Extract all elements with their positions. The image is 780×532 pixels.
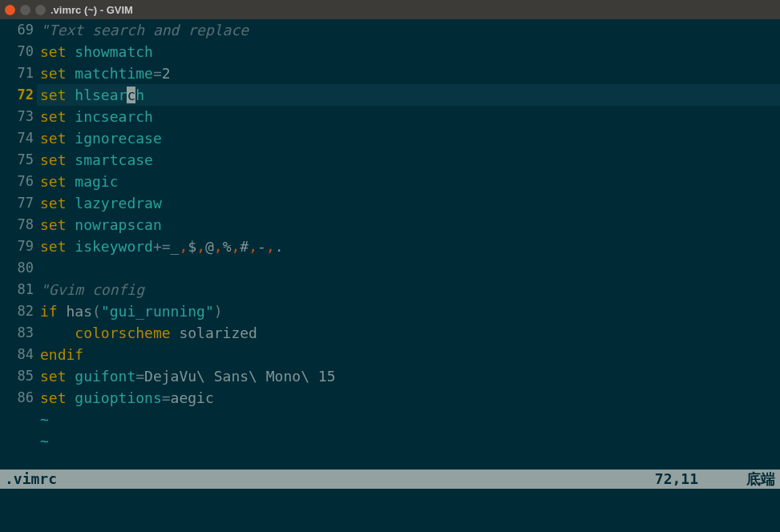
code-line[interactable]: set hlsearch <box>37 84 780 106</box>
status-scroll: 底端 <box>746 470 775 489</box>
code-line[interactable]: set iskeyword+=_,$,@,%,#,-,. <box>37 236 780 257</box>
code-line[interactable]: set lazyredraw <box>37 192 780 214</box>
empty-line-tilde: ~ <box>37 430 780 452</box>
status-cursor-pos: 72,11 <box>655 470 698 489</box>
line-number: 86 <box>0 387 34 409</box>
line-number: 79 <box>0 236 34 257</box>
titlebar: .vimrc (~) - GVIM <box>0 0 780 19</box>
line-number: 84 <box>0 344 34 365</box>
status-line: .vimrc 72,11 底端 <box>0 470 780 489</box>
code-line[interactable]: set nowrapscan <box>37 214 780 236</box>
line-number: 72 <box>0 84 34 106</box>
code-line[interactable]: set matchtime=2 <box>37 62 780 84</box>
line-number: 77 <box>0 192 34 214</box>
code-line[interactable]: set smartcase <box>37 149 780 171</box>
close-icon[interactable] <box>5 5 15 15</box>
maximize-icon[interactable] <box>35 5 46 15</box>
command-line-area[interactable] <box>0 489 780 532</box>
code-line[interactable]: if has("gui_running") <box>37 300 780 322</box>
line-number: 85 <box>0 365 34 387</box>
code-line[interactable]: set showmatch <box>37 41 780 62</box>
code-line[interactable] <box>37 257 780 279</box>
code-line[interactable]: endif <box>37 344 780 365</box>
line-number: 74 <box>0 127 34 149</box>
editor[interactable]: 697071727374757677787980818283848586 "Te… <box>0 19 780 470</box>
line-number: 73 <box>0 106 34 127</box>
gvim-window: .vimrc (~) - GVIM 6970717273747576777879… <box>0 0 780 532</box>
code-line[interactable]: set incsearch <box>37 106 780 127</box>
code-line[interactable]: "Gvim config <box>37 279 780 300</box>
line-number: 82 <box>0 300 34 322</box>
code-line[interactable]: set guifont=DejaVu\ Sans\ Mono\ 15 <box>37 365 780 387</box>
code-line[interactable]: "Text search and replace <box>37 19 780 41</box>
window-title: .vimrc (~) - GVIM <box>51 4 133 16</box>
line-number: 80 <box>0 257 34 279</box>
line-number: 78 <box>0 214 34 236</box>
code-line[interactable]: set magic <box>37 171 780 192</box>
text-area[interactable]: "Text search and replaceset showmatchset… <box>37 19 780 470</box>
code-line[interactable]: colorscheme solarized <box>37 322 780 344</box>
code-line[interactable]: set ignorecase <box>37 127 780 149</box>
empty-line-tilde: ~ <box>37 409 780 430</box>
line-number: 71 <box>0 62 34 84</box>
line-number-gutter: 697071727374757677787980818283848586 <box>0 19 37 470</box>
line-number: 83 <box>0 322 34 344</box>
line-number: 75 <box>0 149 34 171</box>
code-line[interactable]: set guioptions=aegic <box>37 387 780 409</box>
minimize-icon[interactable] <box>20 5 30 15</box>
line-number: 81 <box>0 279 34 300</box>
line-number: 70 <box>0 41 34 62</box>
status-filename: .vimrc <box>5 470 655 489</box>
line-number: 76 <box>0 171 34 192</box>
line-number: 69 <box>0 19 34 41</box>
